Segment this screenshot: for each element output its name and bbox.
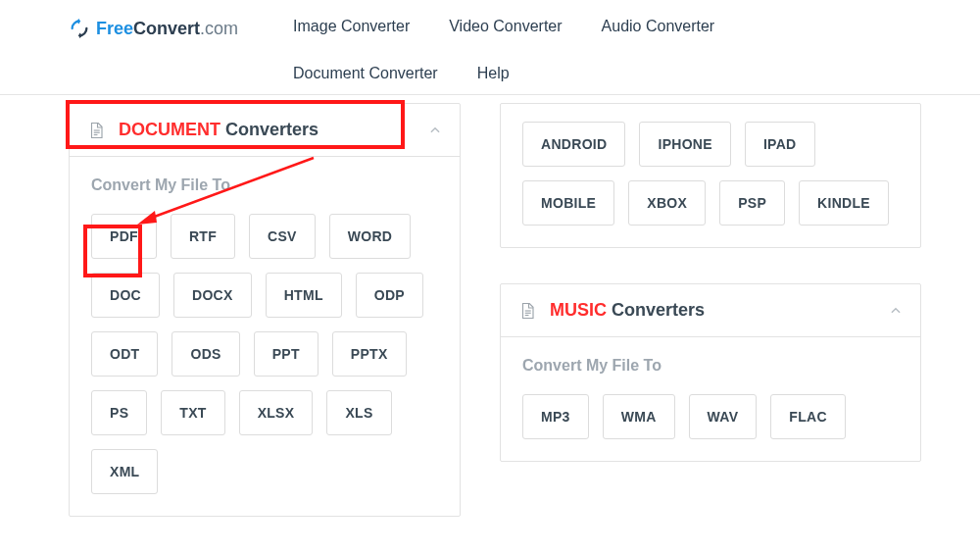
dev-xbox[interactable]: XBOX (628, 180, 706, 226)
music-converters-card: MUSIC Converters Convert My File To MP3 … (500, 283, 921, 462)
fmt-ppt[interactable]: PPT (254, 331, 318, 377)
fmt-odt[interactable]: ODT (91, 331, 158, 377)
dev-kindle[interactable]: KINDLE (799, 180, 889, 226)
dev-mobile[interactable]: MOBILE (522, 180, 614, 226)
document-card-body: Convert My File To PDF RTF CSV WORD DOC … (70, 157, 460, 516)
file-icon (518, 301, 536, 321)
main-content: DOCUMENT Converters Convert My File To P… (0, 95, 980, 544)
dev-ipad[interactable]: IPAD (745, 122, 815, 167)
fmt-csv[interactable]: CSV (249, 214, 316, 259)
convert-label: Convert My File To (91, 176, 438, 194)
dev-android[interactable]: ANDROID (522, 122, 625, 167)
site-header: FreeConvert.com Image Converter Video Co… (0, 0, 980, 95)
chevron-up-icon (889, 304, 903, 318)
fmt-word[interactable]: WORD (329, 214, 412, 259)
fmt-xml[interactable]: XML (91, 449, 158, 494)
fmt-wav[interactable]: WAV (689, 394, 758, 439)
logo-text: FreeConvert.com (96, 19, 238, 39)
fmt-mp3[interactable]: MP3 (522, 394, 589, 439)
music-card-header[interactable]: MUSIC Converters (501, 284, 920, 337)
right-column: ANDROID IPHONE IPAD MOBILE XBOX PSP KIND… (500, 103, 921, 544)
document-card-title: DOCUMENT Converters (119, 120, 318, 140)
fmt-xls[interactable]: XLS (326, 390, 391, 435)
fmt-ps[interactable]: PS (91, 390, 147, 435)
fmt-pdf[interactable]: PDF (91, 214, 157, 259)
document-formats-grid: PDF RTF CSV WORD DOC DOCX HTML ODP ODT O… (91, 214, 438, 494)
chevron-up-icon (428, 124, 442, 137)
fmt-doc[interactable]: DOC (91, 273, 160, 318)
device-converters-card: ANDROID IPHONE IPAD MOBILE XBOX PSP KIND… (500, 103, 921, 248)
fmt-docx[interactable]: DOCX (173, 273, 252, 318)
left-column: DOCUMENT Converters Convert My File To P… (69, 103, 461, 544)
device-grid: ANDROID IPHONE IPAD MOBILE XBOX PSP KIND… (522, 104, 899, 226)
fmt-pptx[interactable]: PPTX (332, 331, 407, 377)
music-formats-grid: MP3 WMA WAV FLAC (522, 394, 899, 439)
file-icon (87, 121, 105, 140)
fmt-ods[interactable]: ODS (172, 331, 239, 377)
convert-label: Convert My File To (522, 357, 899, 375)
fmt-wma[interactable]: WMA (603, 394, 675, 439)
refresh-icon (69, 18, 90, 39)
nav-image-converter[interactable]: Image Converter (293, 14, 410, 39)
nav-document-converter[interactable]: Document Converter (293, 61, 438, 86)
fmt-rtf[interactable]: RTF (171, 214, 235, 259)
music-card-body: Convert My File To MP3 WMA WAV FLAC (501, 337, 920, 461)
main-nav: Image Converter Video Converter Audio Co… (293, 14, 901, 108)
fmt-txt[interactable]: TXT (161, 390, 224, 435)
logo[interactable]: FreeConvert.com (69, 14, 238, 39)
document-converters-card: DOCUMENT Converters Convert My File To P… (69, 103, 461, 517)
fmt-xlsx[interactable]: XLSX (239, 390, 314, 435)
dev-psp[interactable]: PSP (719, 180, 785, 226)
nav-video-converter[interactable]: Video Converter (449, 14, 562, 39)
fmt-odp[interactable]: ODP (356, 273, 423, 318)
dev-iphone[interactable]: IPHONE (639, 122, 730, 167)
fmt-flac[interactable]: FLAC (770, 394, 846, 439)
music-card-title: MUSIC Converters (550, 300, 705, 321)
nav-audio-converter[interactable]: Audio Converter (602, 14, 715, 39)
document-card-header[interactable]: DOCUMENT Converters (70, 104, 460, 157)
nav-help[interactable]: Help (477, 61, 510, 86)
fmt-html[interactable]: HTML (266, 273, 342, 318)
